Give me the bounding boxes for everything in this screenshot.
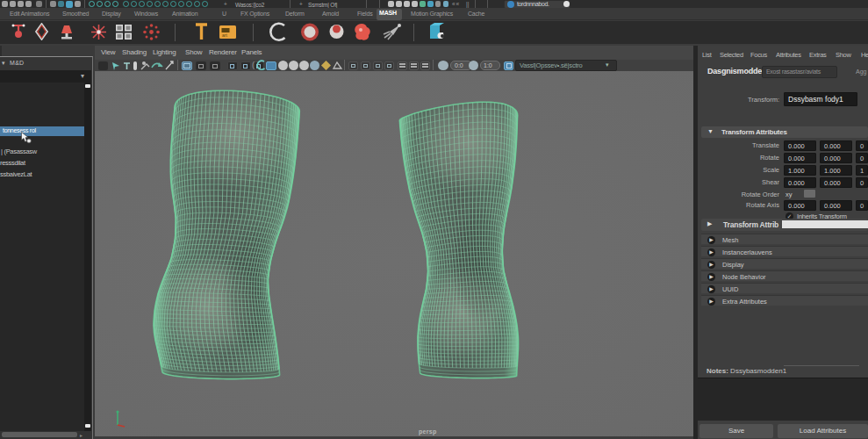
svg-text:art: art [222,32,227,38]
